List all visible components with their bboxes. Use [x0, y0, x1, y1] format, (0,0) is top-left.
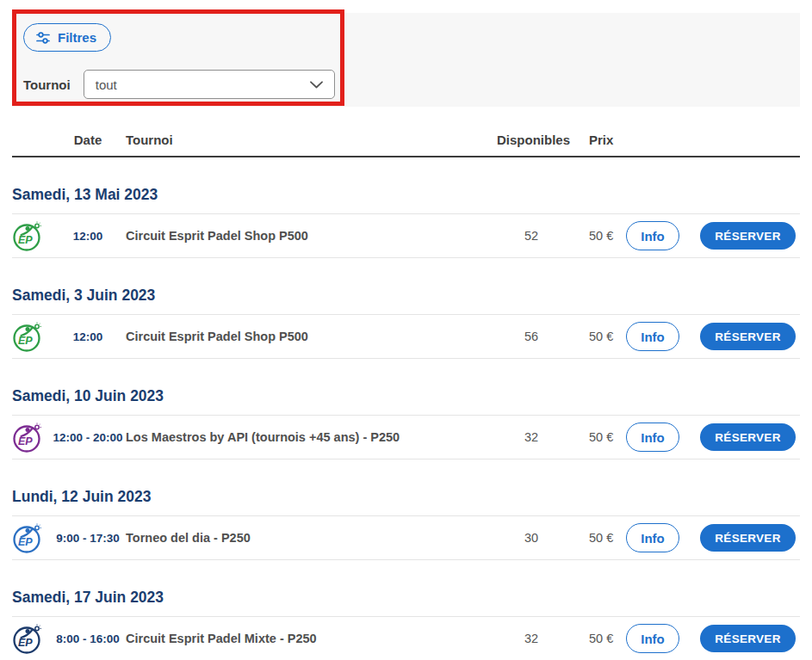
filter-panel: Filtres Tournoi tout [12, 13, 800, 107]
tournament-row: EP 12:00 - 20:00 Los Maestros by API (to… [12, 416, 800, 460]
date-heading: Samedi, 17 Juin 2023 [12, 560, 800, 617]
svg-text:EP: EP [18, 335, 33, 347]
tournoi-select-value: tout [96, 77, 117, 92]
date-heading: Samedi, 10 Juin 2023 [12, 359, 800, 416]
date-section: Samedi, 10 Juin 2023 EP 12:00 - 20:00 Lo… [0, 359, 812, 460]
date-heading: Samedi, 3 Juin 2023 [12, 258, 800, 315]
tournoi-select[interactable]: tout [84, 70, 335, 99]
date-section: Lundi, 12 Juin 2023 EP 9:00 - 17:30 Torn… [0, 460, 812, 560]
esprit-padel-logo-icon: EP [12, 422, 43, 453]
column-header-prix: Prix [566, 133, 626, 147]
svg-text:EP: EP [18, 435, 33, 447]
filters-button[interactable]: Filtres [23, 23, 111, 52]
tournament-name: Los Maestros by API (tournois +45 ans) -… [126, 430, 497, 444]
price: 50 € [566, 430, 626, 444]
filters-button-label: Filtres [58, 30, 96, 45]
reserver-button[interactable]: RÉSERVER [700, 222, 796, 250]
tournament-name: Torneo del dia - P250 [126, 531, 497, 545]
tournament-name: Circuit Esprit Padel Shop P500 [126, 229, 497, 243]
svg-text:EP: EP [18, 637, 33, 649]
tournament-time: 9:00 - 17:30 [50, 532, 126, 545]
table-header: Date Tournoi Disponibles Prix [12, 133, 800, 157]
price: 50 € [566, 330, 626, 343]
sliders-icon [35, 30, 51, 46]
tournament-name: Circuit Esprit Padel Mixte - P250 [126, 632, 497, 645]
info-button[interactable]: Info [626, 423, 679, 452]
available-count: 30 [497, 531, 566, 545]
tournament-row: EP 12:00 Circuit Esprit Padel Shop P500 … [12, 214, 800, 258]
info-button[interactable]: Info [626, 221, 679, 250]
esprit-padel-logo-icon: EP [12, 522, 43, 553]
esprit-padel-logo-icon: EP [12, 220, 43, 251]
date-section: Samedi, 3 Juin 2023 EP 12:00 Circuit Esp… [0, 258, 812, 359]
tournament-time: 12:00 [50, 230, 126, 243]
esprit-padel-logo-icon: EP [12, 321, 43, 352]
tournament-time: 12:00 - 20:00 [50, 431, 126, 444]
tournoi-filter-row: Tournoi tout [23, 70, 335, 99]
tournament-name: Circuit Esprit Padel Shop P500 [126, 330, 497, 343]
available-count: 32 [497, 632, 566, 645]
reserver-button[interactable]: RÉSERVER [700, 323, 796, 350]
price: 50 € [566, 632, 626, 645]
date-section: Samedi, 13 Mai 2023 EP 12:00 Circuit Esp… [0, 157, 812, 258]
price: 50 € [566, 229, 626, 243]
column-header-tournoi: Tournoi [126, 133, 497, 147]
reserver-button[interactable]: RÉSERVER [700, 524, 796, 552]
info-button[interactable]: Info [626, 523, 679, 552]
esprit-padel-logo-icon: EP [12, 623, 43, 654]
date-section: Samedi, 17 Juin 2023 EP 8:00 - 16:00 Cir… [0, 560, 812, 660]
price: 50 € [566, 531, 626, 545]
tournament-booking-page: Filtres Tournoi tout Date Tournoi Dispon… [0, 13, 812, 660]
tournament-row: EP 9:00 - 17:30 Torneo del dia - P250 30… [12, 516, 800, 560]
tournoi-label: Tournoi [23, 77, 71, 92]
column-header-date: Date [50, 133, 126, 147]
date-heading: Samedi, 13 Mai 2023 [12, 157, 800, 214]
tournament-row: EP 12:00 Circuit Esprit Padel Shop P500 … [12, 315, 800, 359]
tournament-time: 8:00 - 16:00 [50, 632, 126, 645]
info-button[interactable]: Info [626, 322, 679, 351]
date-heading: Lundi, 12 Juin 2023 [12, 460, 800, 516]
svg-text:EP: EP [18, 234, 33, 246]
tournament-time: 12:00 [50, 330, 126, 343]
svg-text:EP: EP [18, 536, 33, 548]
chevron-down-icon [310, 81, 323, 89]
reserver-button[interactable]: RÉSERVER [700, 625, 796, 652]
available-count: 32 [497, 430, 566, 444]
available-count: 56 [497, 330, 566, 343]
reserver-button[interactable]: RÉSERVER [700, 423, 796, 451]
tournament-row: EP 8:00 - 16:00 Circuit Esprit Padel Mix… [12, 617, 800, 660]
available-count: 52 [497, 229, 566, 243]
column-header-disponibles: Disponibles [497, 133, 566, 147]
info-button[interactable]: Info [626, 624, 679, 653]
